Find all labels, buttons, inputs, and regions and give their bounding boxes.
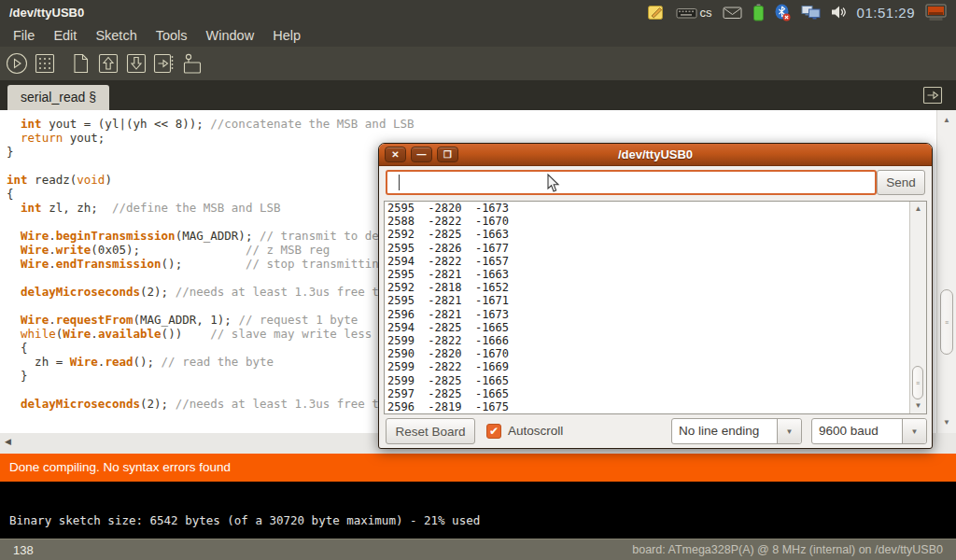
- code-line: [7, 383, 415, 397]
- tab-menu-button[interactable]: [921, 85, 945, 105]
- menu-window[interactable]: Window: [197, 28, 264, 43]
- code-line: {: [7, 341, 415, 355]
- note-edit-icon[interactable]: [647, 4, 666, 21]
- code-line: Wire.beginTransmission(MAG_ADDR); // tra…: [7, 229, 415, 243]
- editor-scrollbar-thumb[interactable]: ≡: [940, 289, 953, 355]
- scroll-down-arrow-icon[interactable]: ▼: [910, 401, 926, 411]
- serial-row: 2588 -2822 -1670: [387, 215, 509, 228]
- autoscroll-checkbox[interactable]: ✔: [486, 424, 501, 439]
- serial-row: 2594 -2825 -1665: [387, 321, 509, 334]
- ide-menubar: File Edit Sketch Tools Window Help: [0, 24, 956, 47]
- editor-vertical-scrollbar[interactable]: ▲ ≡ ▼: [936, 110, 956, 433]
- mail-icon[interactable]: [723, 6, 742, 20]
- close-icon[interactable]: ✕: [385, 147, 406, 162]
- serial-output-area[interactable]: 2595 -2820 -16732588 -2822 -16702592 -28…: [384, 201, 927, 414]
- serial-monitor-button[interactable]: [179, 51, 204, 77]
- menu-help[interactable]: Help: [263, 28, 310, 43]
- serial-monitor-controls: Reset Board ✔ Autoscroll No line ending …: [386, 418, 925, 444]
- ide-toolbar: [0, 47, 956, 80]
- ide-statusbar: 138 board: ATmega328P(A) @ 8 MHz (intern…: [0, 539, 956, 560]
- tab-strip: serial_read §: [0, 80, 956, 110]
- menu-edit[interactable]: Edit: [44, 28, 86, 43]
- line-ending-dropdown[interactable]: No line ending ▼: [671, 418, 802, 444]
- keyboard-layout-indicator[interactable]: cs: [676, 6, 712, 20]
- serial-input-row: Send: [386, 169, 925, 197]
- reset-board-button[interactable]: Reset Board: [386, 418, 475, 444]
- serial-row: 2595 -2820 -1673: [387, 202, 509, 215]
- battery-icon[interactable]: [752, 4, 765, 21]
- code-line: [7, 271, 415, 285]
- autoscroll-label: Autoscroll: [508, 418, 563, 444]
- cursor-line-number: 138: [13, 543, 34, 557]
- code-line: [7, 159, 415, 173]
- serial-row: 2594 -2822 -1657: [387, 255, 509, 268]
- minimize-icon[interactable]: —: [411, 147, 432, 162]
- console-output: Binary sketch size: 6542 bytes (of a 307…: [0, 482, 956, 539]
- menu-tools[interactable]: Tools: [147, 28, 197, 43]
- code-line: while(Wire.available()) // slave may wri…: [7, 327, 415, 341]
- code-line: int readz(void): [7, 173, 415, 187]
- send-button[interactable]: Send: [877, 170, 925, 195]
- code-line: return yout;: [7, 131, 415, 145]
- serial-row: 2596 -2821 -1673: [387, 308, 509, 321]
- code-line: {: [7, 187, 415, 201]
- serial-row: 2597 -2825 -1665: [387, 387, 509, 400]
- serial-monitor-titlebar[interactable]: ✕ — ❒ /dev/ttyUSB0: [379, 144, 932, 166]
- serial-row: 2599 -2825 -1665: [387, 374, 509, 387]
- arduino-ide-screen: /dev/ttyUSB0 cs 01:5: [0, 0, 956, 560]
- mouse-cursor: [547, 174, 561, 197]
- serial-row: 2595 -2826 -1677: [387, 242, 509, 255]
- stop-button[interactable]: [32, 51, 57, 77]
- chevron-down-icon[interactable]: ▼: [902, 419, 926, 443]
- new-sketch-button[interactable]: [67, 51, 92, 77]
- menu-sketch[interactable]: Sketch: [86, 28, 146, 43]
- scroll-down-arrow-icon[interactable]: ▼: [937, 418, 956, 427]
- serial-row: 2590 -2820 -1670: [387, 347, 509, 360]
- clock[interactable]: 01:51:29: [857, 5, 915, 21]
- serial-scrollbar-thumb[interactable]: ≡: [912, 366, 923, 399]
- serial-row: 2599 -2822 -1666: [387, 334, 509, 347]
- scroll-up-arrow-icon[interactable]: ▲: [910, 204, 926, 214]
- scroll-left-arrow-icon[interactable]: ◀: [5, 437, 11, 446]
- code-line: }: [7, 145, 415, 159]
- serial-output: 2595 -2820 -16732588 -2822 -16702592 -28…: [387, 202, 509, 413]
- focused-window-title: /dev/ttyUSB0: [9, 6, 84, 20]
- code-line: delayMicroseconds(2); //needs at least 1…: [7, 285, 415, 299]
- verify-button[interactable]: [4, 51, 29, 77]
- network-icon[interactable]: [801, 5, 821, 21]
- serial-send-input[interactable]: [386, 170, 877, 195]
- code-area[interactable]: int yout = (yl|(yh << 8)); //concatenate…: [7, 117, 415, 411]
- system-tray: cs 01:51:29: [647, 4, 947, 21]
- serial-scrollbar[interactable]: ▲ ≡ ▼: [909, 202, 926, 413]
- code-line: }: [7, 369, 415, 383]
- serial-row: 2592 -2825 -1663: [387, 228, 509, 241]
- code-line: Wire.endTransmission(); // stop transmit…: [7, 257, 415, 271]
- serial-row: 2592 -2818 -1652: [387, 281, 509, 294]
- volume-icon[interactable]: [831, 5, 847, 20]
- serial-monitor-window: ✕ — ❒ /dev/ttyUSB0 Send 2595 -2820 -1673…: [378, 143, 933, 449]
- baud-rate-dropdown[interactable]: 9600 baud ▼: [811, 418, 927, 444]
- scroll-up-arrow-icon[interactable]: ▲: [937, 116, 956, 125]
- code-line: delayMicroseconds(2); //needs at least 1…: [7, 397, 415, 411]
- keyboard-icon: [676, 6, 697, 20]
- code-line: [7, 215, 415, 229]
- serial-row: 2599 -2822 -1669: [387, 360, 509, 373]
- code-line: int yout = (yl|(yh << 8)); //concatenate…: [7, 117, 415, 131]
- compile-status-bar: Done compiling. No syntax errors found: [0, 454, 956, 482]
- open-sketch-button[interactable]: [95, 51, 120, 77]
- line-ending-value: No line ending: [672, 419, 777, 443]
- chevron-down-icon[interactable]: ▼: [777, 419, 801, 443]
- serial-row: 2596 -2819 -1675: [387, 400, 509, 413]
- save-sketch-button[interactable]: [123, 51, 148, 77]
- code-line: Wire.write(0x05); // z MSB reg: [7, 243, 415, 257]
- board-info: board: ATmega328P(A) @ 8 MHz (internal) …: [632, 543, 943, 556]
- code-line: zh = Wire.read(); // read the byte: [7, 355, 415, 369]
- upload-button[interactable]: [151, 51, 176, 77]
- tab-serial-read[interactable]: serial_read §: [7, 85, 109, 110]
- menu-file[interactable]: File: [4, 28, 44, 43]
- bluetooth-icon[interactable]: [775, 4, 791, 21]
- code-line: Wire.requestFrom(MAG_ADDR, 1); // reques…: [7, 313, 415, 327]
- maximize-icon[interactable]: ❒: [437, 147, 458, 162]
- display-session-icon[interactable]: [925, 4, 947, 21]
- serial-row: 2595 -2821 -1663: [387, 268, 509, 281]
